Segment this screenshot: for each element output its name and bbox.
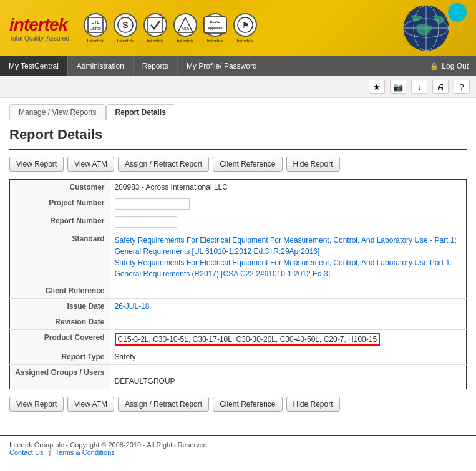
row-product-covered: Product Covered C15-3-2L, C30-10-5L, C30…: [10, 330, 467, 349]
cert-check: Intertek: [143, 13, 167, 44]
check-badge: [143, 13, 167, 37]
client-reference-bottom-button[interactable]: Client Reference: [213, 397, 282, 412]
tab-report-details[interactable]: Report Details: [106, 104, 175, 120]
assign-retract-top-button[interactable]: Assign / Retract Report: [118, 157, 209, 172]
footer: Intertek Group plc - Copyright © 2008-20…: [0, 437, 476, 460]
row-issue-date: Issue Date 26-JUL-18: [10, 299, 467, 314]
help-icon[interactable]: ?: [454, 80, 470, 94]
view-atm-top-button[interactable]: View ATM: [67, 157, 114, 172]
label-issue-date: Issue Date: [10, 299, 110, 314]
svg-text:ASA: ASA: [181, 27, 189, 31]
s-badge: S: [114, 13, 137, 37]
standard-link-1[interactable]: Safety Requirements For Electrical Equip…: [115, 236, 457, 256]
row-revision-date: Revision Date: [10, 314, 467, 330]
logo-area: intertek Total Quality. Assured.: [9, 15, 71, 42]
standard-link-2[interactable]: Safety Requirements For Electrical Equip…: [115, 258, 452, 278]
nav-logout[interactable]: 🔒 Log Out: [422, 56, 476, 76]
nav-my-profile[interactable]: My Profile/ Password: [178, 56, 266, 76]
nav-bar: My TestCentral Administration Reports My…: [0, 56, 476, 76]
terms-conditions-link[interactable]: Terms & Conditions: [55, 449, 114, 456]
label-product-covered: Product Covered: [10, 330, 110, 349]
label-assigned-groups: Assigned Groups / Users: [10, 365, 110, 389]
label-customer: Customer: [10, 180, 110, 195]
row-report-number: Report Number: [10, 213, 467, 231]
beab-badge: BEAB Approved: [203, 13, 227, 37]
svg-text:BEAB: BEAB: [210, 20, 221, 24]
logo-text: intertek: [9, 15, 71, 35]
cert-etl: ETL LISTED Intertek: [84, 13, 107, 44]
value-product-covered: C15-3-2L, C30-10-5L, C30-17-10L, C30-30-…: [110, 330, 467, 349]
view-report-bottom-button[interactable]: View Report: [9, 397, 64, 412]
client-reference-top-button[interactable]: Client Reference: [213, 157, 282, 172]
page-title: Report Details: [9, 127, 467, 143]
svg-text:⚑: ⚑: [241, 21, 248, 30]
print-icon[interactable]: 🖨: [432, 80, 449, 94]
row-client-reference: Client Reference: [10, 283, 467, 299]
rss-icon[interactable]: ★: [369, 80, 385, 94]
action-buttons-top: View Report View ATM Assign / Retract Re…: [9, 157, 467, 172]
value-client-reference: [110, 283, 467, 299]
content-area: Manage / View Reports Report Details Rep…: [0, 98, 476, 425]
row-assigned-groups: Assigned Groups / Users DEFAULTGROUP: [10, 365, 467, 389]
label-project-number: Project Number: [10, 195, 110, 213]
asa-badge: ASA: [173, 13, 197, 37]
label-client-reference: Client Reference: [10, 283, 110, 299]
assign-retract-bottom-button[interactable]: Assign / Retract Report: [118, 397, 209, 412]
label-revision-date: Revision Date: [10, 314, 110, 330]
row-report-type: Report Type Safety: [10, 349, 467, 365]
svg-rect-8: [204, 17, 226, 33]
breadcrumb-tabs: Manage / View Reports Report Details: [9, 104, 467, 120]
cert-flag: ⚑ Intertek: [233, 13, 257, 44]
logo-tagline: Total Quality. Assured.: [9, 35, 71, 42]
teal-circle-decoration: [448, 3, 467, 22]
cert-beab: BEAB Approved Intertek: [203, 13, 227, 44]
view-report-top-button[interactable]: View Report: [9, 157, 64, 172]
value-standard: Safety Requirements For Electrical Equip…: [110, 231, 467, 283]
value-customer: 280983 - Across International LLC: [110, 180, 467, 195]
action-buttons-bottom: View Report View ATM Assign / Retract Re…: [9, 397, 467, 412]
tab-manage-view-reports[interactable]: Manage / View Reports: [9, 104, 106, 120]
product-covered-box: C15-3-2L, C30-10-5L, C30-17-10L, C30-30-…: [115, 333, 381, 346]
row-standard: Standard Safety Requirements For Electri…: [10, 231, 467, 283]
row-customer: Customer 280983 - Across International L…: [10, 180, 467, 195]
hide-report-top-button[interactable]: Hide Report: [286, 157, 340, 172]
svg-text:LISTED: LISTED: [90, 27, 101, 31]
etl-badge: ETL LISTED: [84, 13, 107, 37]
svg-rect-5: [148, 17, 163, 32]
copyright-text: Intertek Group plc - Copyright © 2008-20…: [9, 441, 467, 449]
value-project-number: [110, 195, 467, 213]
globe-area: [401, 3, 451, 55]
globe-icon: [401, 3, 451, 53]
value-report-number: [110, 213, 467, 231]
nav-reports[interactable]: Reports: [134, 56, 178, 76]
project-number-input[interactable]: [115, 198, 190, 210]
label-report-type: Report Type: [10, 349, 110, 365]
cert-s: S Intertek: [114, 13, 137, 44]
svg-text:S: S: [122, 20, 128, 30]
label-report-number: Report Number: [10, 213, 110, 231]
details-table: Customer 280983 - Across International L…: [9, 179, 467, 389]
download-icon[interactable]: ↓: [411, 80, 427, 94]
nav-my-testcentral[interactable]: My TestCentral: [0, 56, 68, 76]
toolbar: ★ 📷 ↓ 🖨 ?: [0, 76, 476, 98]
value-issue-date: 26-JUL-18: [110, 299, 467, 314]
value-assigned-groups: DEFAULTGROUP: [110, 365, 467, 389]
issue-date-link[interactable]: 26-JUL-18: [115, 302, 150, 311]
title-divider: [9, 149, 467, 150]
view-atm-bottom-button[interactable]: View ATM: [67, 397, 114, 412]
value-report-type: Safety: [110, 349, 467, 365]
svg-text:Approved: Approved: [208, 26, 222, 30]
header: intertek Total Quality. Assured. ETL LIS…: [0, 0, 476, 56]
lock-icon: 🔒: [430, 62, 439, 70]
report-number-input[interactable]: [115, 216, 177, 228]
svg-text:ETL: ETL: [91, 20, 100, 24]
value-revision-date: [110, 314, 467, 330]
cert-asa: ASA Intertek: [173, 13, 197, 44]
image-icon[interactable]: 📷: [390, 80, 406, 94]
label-standard: Standard: [10, 231, 110, 283]
row-project-number: Project Number: [10, 195, 467, 213]
nav-administration[interactable]: Administration: [68, 56, 134, 76]
contact-us-link[interactable]: Contact Us: [9, 449, 43, 456]
hide-report-bottom-button[interactable]: Hide Report: [286, 397, 340, 412]
flag-badge: ⚑: [233, 13, 257, 37]
